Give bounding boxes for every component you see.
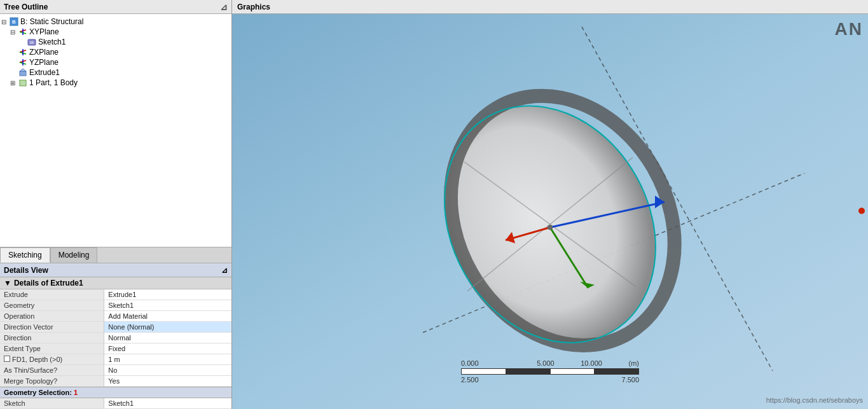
icon-yzplane <box>18 58 28 67</box>
details-value-thin: No <box>104 365 231 376</box>
scale-bar-segment-3 <box>550 368 595 375</box>
tree-item-xyplane[interactable]: ⊟ XYPlane <box>0 27 231 37</box>
details-view-pin[interactable]: ⊿ <box>221 266 228 275</box>
scale-bar-segment-4 <box>594 368 639 375</box>
tab-sketching[interactable]: Sketching <box>0 247 50 263</box>
details-row-geometry: Geometry Sketch1 <box>0 300 231 311</box>
tree-item-yzplane[interactable]: YZPlane <box>0 57 231 67</box>
geo-selection-header: Geometry Selection: 1 <box>0 387 231 398</box>
scale-label-10: 10.000 <box>581 359 602 367</box>
right-edge-indicator <box>858 204 868 219</box>
tree-label-xyplane: XYPlane <box>29 27 59 36</box>
icon-extrude1 <box>18 68 28 77</box>
tabs-row: Sketching Modeling <box>0 247 231 263</box>
scale-bar-segment-2 <box>506 368 550 375</box>
scale-bar: 0.000 5.000 10.000 (m) 2.500 7.500 <box>461 359 639 384</box>
tree-outline-pin[interactable]: ⊿ <box>220 2 228 12</box>
details-label-direction: Direction <box>0 333 104 343</box>
details-label-merge: Merge Topology? <box>0 376 104 387</box>
svg-point-31 <box>858 207 865 214</box>
expander-xyplane: ⊟ <box>10 29 18 36</box>
details-value-extrude: Extrude1 <box>104 289 231 300</box>
tree-label-1part1body: 1 Part, 1 Body <box>29 78 78 87</box>
details-label-extrude: Extrude <box>0 289 104 300</box>
graphics-content[interactable]: AN 0.000 5.000 10.000 (m) 2.500 7.50 <box>232 14 868 409</box>
details-value-operation: Add Material <box>104 311 231 322</box>
svg-rect-13 <box>20 71 26 76</box>
icon-sketch1: sk <box>27 38 37 46</box>
tree-outline-header: Tree Outline ⊿ <box>0 0 231 14</box>
section-title-text: Details of Extrude1 <box>14 279 83 288</box>
scale-sub-25: 2.500 <box>461 376 479 384</box>
ansys-watermark: AN <box>835 19 863 39</box>
scene-svg <box>232 14 868 409</box>
svg-point-30 <box>548 225 553 230</box>
details-label-extent-type: Extent Type <box>0 343 104 354</box>
details-row-direction-vector: Direction Vector None (Normal) <box>0 322 231 333</box>
details-row-depth: FD1, Depth (>0) 1 m <box>0 354 231 365</box>
details-value-geometry: Sketch1 <box>104 300 231 311</box>
details-label-direction-vector: Direction Vector <box>0 322 104 333</box>
details-view-title: Details View <box>4 266 48 275</box>
details-row-operation: Operation Add Material <box>0 311 231 322</box>
tree-label-extrude1: Extrude1 <box>29 68 60 77</box>
graphics-header: Graphics <box>232 0 868 14</box>
details-label-operation: Operation <box>0 311 104 322</box>
details-row-extrude: Extrude Extrude1 <box>0 289 231 300</box>
tree-outline-title: Tree Outline <box>4 3 48 11</box>
details-value-merge: Yes <box>104 376 231 387</box>
details-value-direction-vector: None (Normal) <box>104 322 231 333</box>
details-row-merge: Merge Topology? Yes <box>0 376 231 387</box>
details-value-depth[interactable]: 1 m <box>104 354 231 365</box>
graphics-title: Graphics <box>237 3 270 11</box>
tree-item-1part1body[interactable]: ⊞ 1 Part, 1 Body <box>0 78 231 88</box>
details-section-title: ▼ Details of Extrude1 <box>0 277 231 289</box>
details-row-thin: As Thin/Surface? No <box>0 365 231 376</box>
graphics-panel: Graphics <box>232 0 868 409</box>
details-view-header: Details View ⊿ <box>0 263 231 277</box>
scale-sub-75: 7.500 <box>621 376 639 384</box>
geo-label-sketch: Sketch <box>0 398 104 409</box>
svg-text:B: B <box>12 19 16 25</box>
geo-row-sketch: Sketch Sketch1 <box>0 398 231 409</box>
depth-checkbox[interactable] <box>4 356 10 362</box>
svg-rect-15 <box>20 80 26 86</box>
expander-static: ⊟ <box>1 18 9 25</box>
scale-units: (m) <box>629 359 640 367</box>
geo-selection-count: 1 <box>74 389 78 396</box>
geo-details-table: Sketch Sketch1 <box>0 398 231 409</box>
tree-label-yzplane: YZPlane <box>29 58 59 67</box>
tree-item-sketch1[interactable]: sk Sketch1 <box>0 37 231 47</box>
scale-label-5: 5.000 <box>537 359 555 367</box>
tree-outline-body: ⊟ B B: Static Structural ⊟ XYPlane sk <box>0 14 231 247</box>
tree-label-zxplane: ZXPlane <box>29 48 59 57</box>
tree-label-static-structural: B: Static Structural <box>20 17 83 26</box>
collapse-icon: ▼ <box>4 279 11 288</box>
details-view: Details View ⊿ ▼ Details of Extrude1 Ext… <box>0 263 231 409</box>
tree-item-zxplane[interactable]: ZXPlane <box>0 47 231 57</box>
scale-bar-segment-1 <box>461 368 506 375</box>
icon-zxplane <box>18 48 28 57</box>
details-value-extent-type: Fixed <box>104 343 231 354</box>
details-value-direction: Normal <box>104 333 231 343</box>
scale-bar-labels: 0.000 5.000 10.000 (m) <box>461 359 639 367</box>
tab-modeling[interactable]: Modeling <box>50 247 98 263</box>
details-row-direction: Direction Normal <box>0 333 231 343</box>
icon-1part1body <box>18 78 28 87</box>
details-table: Extrude Extrude1 Geometry Sketch1 Operat… <box>0 289 231 387</box>
icon-xyplane <box>18 27 28 36</box>
website-watermark: https://blog.csdn.net/sebraboys <box>766 396 863 404</box>
icon-static-structural: B <box>9 17 19 26</box>
geo-value-sketch: Sketch1 <box>104 398 231 409</box>
details-label-thin: As Thin/Surface? <box>0 365 104 376</box>
tree-item-static-structural[interactable]: ⊟ B B: Static Structural <box>0 17 231 27</box>
tree-item-extrude1[interactable]: Extrude1 <box>0 67 231 78</box>
details-row-extent-type: Extent Type Fixed <box>0 343 231 354</box>
scale-label-0: 0.000 <box>461 359 479 367</box>
details-label-geometry: Geometry <box>0 300 104 311</box>
main-layout: Tree Outline ⊿ ⊟ B B: Static Structural … <box>0 0 868 409</box>
svg-marker-14 <box>20 69 26 71</box>
details-label-depth: FD1, Depth (>0) <box>0 354 104 365</box>
geo-selection-label: Geometry Selection: <box>4 389 72 396</box>
scale-bar-track <box>461 368 639 375</box>
